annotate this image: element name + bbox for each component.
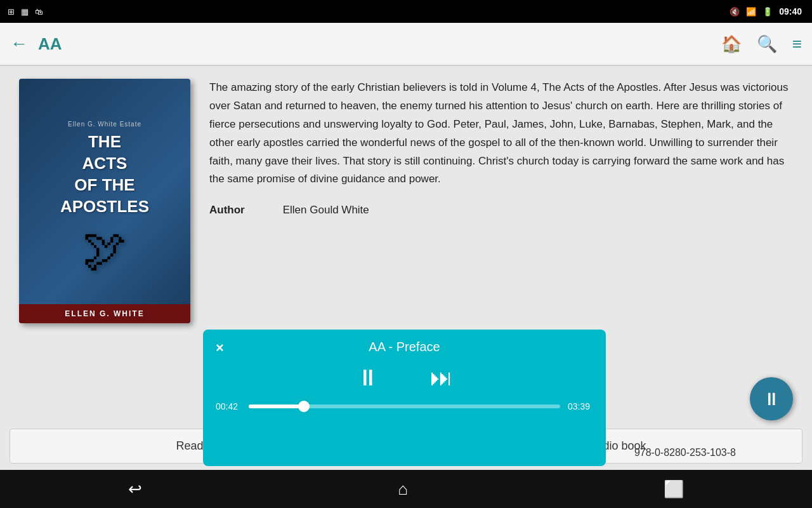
pause-button[interactable]: ⏸ (357, 364, 379, 391)
nav-icons: 🏠 🔍 ≡ (721, 34, 802, 54)
search-icon[interactable]: 🔍 (757, 34, 777, 54)
author-label: Author (209, 201, 245, 220)
player-header: × AA - Preface (203, 330, 606, 359)
book-cover: Ellen G. White Estate THEACTSOF THEAPOST… (19, 79, 190, 323)
audio-player: × AA - Preface ⏸ ⏭ 00:42 03:39 (203, 330, 606, 466)
status-bar-left: ⊞ ▦ 🛍 (8, 0, 43, 23)
book-meta: Author Ellen Gould White (209, 201, 793, 220)
book-cover-bird: 🕊 (82, 224, 127, 275)
main-content: Ellen G. White Estate THEACTSOF THEAPOST… (0, 66, 812, 470)
description-text: The amazing story of the early Christian… (209, 79, 793, 189)
player-controls: ⏸ ⏭ (203, 364, 606, 391)
mute-icon: 🔇 (730, 7, 740, 17)
book-cover-title: THEACTSOF THEAPOSTLES (54, 131, 155, 217)
wifi-icon: 📶 (746, 7, 756, 17)
page-title: AA (38, 34, 711, 54)
author-value: Ellen Gould White (283, 201, 369, 220)
bottom-back-button[interactable]: ↩ (128, 479, 142, 499)
back-button[interactable]: ← (10, 34, 28, 54)
player-close-button[interactable]: × (216, 340, 224, 356)
battery-icon: 🔋 (763, 7, 773, 17)
bottom-nav: ↩ ⌂ ⬜ (0, 470, 812, 508)
menu-icon[interactable]: ≡ (792, 34, 802, 54)
bottom-recent-button[interactable]: ⬜ (664, 479, 684, 499)
total-time: 03:39 (568, 401, 593, 411)
app-icon-3: 🛍 (35, 7, 43, 17)
player-title: AA - Preface (369, 340, 440, 354)
progress-handle[interactable] (298, 401, 310, 412)
bottom-home-button[interactable]: ⌂ (398, 479, 408, 499)
book-cover-author: ELLEN G. WHITE (19, 304, 190, 323)
app-icon-2: ▦ (21, 7, 29, 17)
home-icon[interactable]: 🏠 (721, 34, 742, 54)
progress-fill (249, 404, 304, 408)
status-time: 09:40 (779, 6, 802, 17)
progress-bar[interactable] (249, 404, 560, 408)
app-icon-1: ⊞ (8, 7, 15, 17)
float-pause-icon: ⏸ (763, 389, 780, 410)
next-button[interactable]: ⏭ (430, 364, 453, 391)
isbn-text: 978-0-8280-253-103-8 (634, 447, 736, 458)
isbn-value: 978-0-8280-253-103-8 (634, 447, 736, 458)
player-progress: 00:42 03:39 (203, 401, 606, 411)
current-time: 00:42 (216, 401, 241, 411)
nav-bar: ← AA 🏠 🔍 ≡ (0, 23, 812, 66)
float-pause-button[interactable]: ⏸ (750, 377, 793, 420)
status-bar: ⊞ ▦ 🛍 🔇 📶 🔋 09:40 (0, 0, 812, 23)
book-cover-subtitle: Ellen G. White Estate (68, 121, 141, 128)
